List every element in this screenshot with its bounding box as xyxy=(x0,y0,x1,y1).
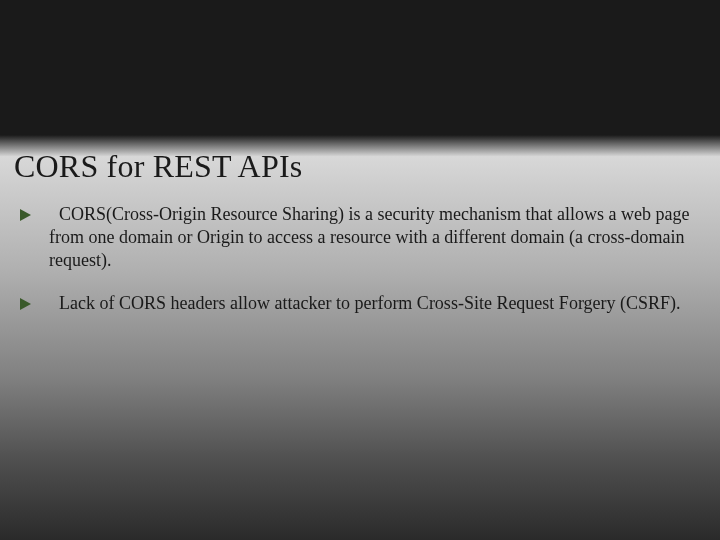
list-item: CORS(Cross-Origin Resource Sharing) is a… xyxy=(14,203,706,272)
bullet-list: CORS(Cross-Origin Resource Sharing) is a… xyxy=(14,203,706,315)
slide: CORS for REST APIs CORS(Cross-Origin Res… xyxy=(0,0,720,540)
triangle-bullet-icon xyxy=(20,209,31,221)
bullet-text: CORS(Cross-Origin Resource Sharing) is a… xyxy=(49,203,706,272)
list-item: Lack of CORS headers allow attacker to p… xyxy=(14,292,706,315)
content-area: CORS for REST APIs CORS(Cross-Origin Res… xyxy=(14,148,706,335)
slide-title: CORS for REST APIs xyxy=(14,148,706,185)
svg-marker-1 xyxy=(20,298,31,310)
svg-marker-0 xyxy=(20,209,31,221)
triangle-bullet-icon xyxy=(20,298,31,310)
bullet-text: Lack of CORS headers allow attacker to p… xyxy=(49,292,681,315)
